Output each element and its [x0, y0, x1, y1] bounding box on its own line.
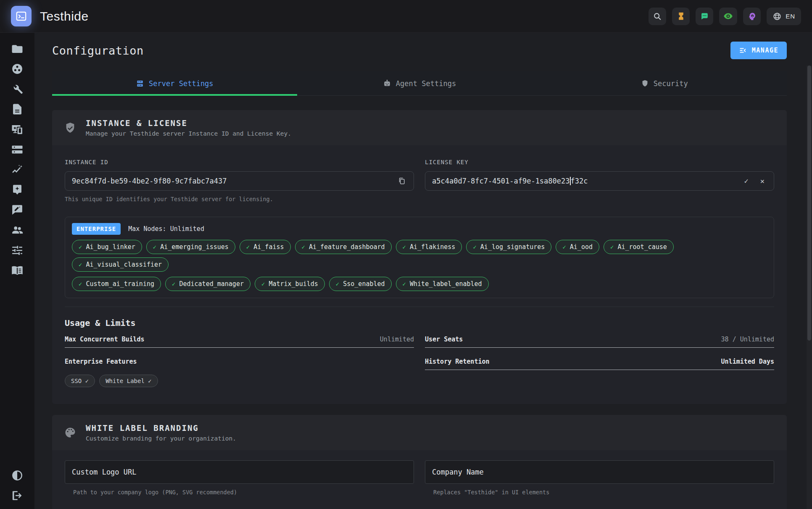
sidebar-item-theme[interactable]	[0, 465, 34, 485]
sidebar-item-users[interactable]	[0, 220, 34, 240]
sidebar-main-group	[0, 39, 34, 281]
app-logo[interactable]: Testhide	[11, 6, 89, 26]
check-icon: ✓	[473, 244, 476, 250]
check-icon: ✓	[261, 281, 265, 287]
check-icon: ✓	[403, 281, 406, 287]
instance-license-header-text: INSTANCE & LICENSE Manage your Testhide …	[86, 118, 291, 137]
instance-license-header: INSTANCE & LICENSE Manage your Testhide …	[52, 110, 787, 145]
terminal-icon	[11, 6, 32, 26]
wrench-icon	[11, 83, 24, 95]
page-head: Configuration MANAGE	[52, 40, 787, 60]
feature-chip: ✓White_label_enabled	[396, 277, 489, 291]
palette-icon	[64, 426, 76, 439]
plan-row: ENTERPRISE Max Nodes: Unlimited	[72, 223, 767, 235]
license-key-actions: ✓ ✕	[742, 176, 767, 186]
ai-assist-button[interactable]	[743, 8, 761, 25]
sidebar-item-reports[interactable]	[0, 99, 34, 119]
retention-label: History Retention	[425, 358, 490, 365]
license-key-field: LICENSE KEY a5c4a0d7-8fc7-4501-af9e-1sa8…	[425, 159, 774, 202]
book-icon	[11, 264, 24, 277]
license-key-input[interactable]: a5c4a0d7-8fc7-4501-af9e-1sa80e23f32c ✓ ✕	[425, 171, 774, 191]
seats-label: User Seats	[425, 336, 463, 343]
plan-badge: ENTERPRISE	[72, 223, 121, 235]
confirm-key-button[interactable]: ✓	[742, 176, 751, 186]
white-label-body: Custom Logo URL Path to your company log…	[52, 450, 787, 509]
sidebar-item-runs[interactable]	[0, 59, 34, 79]
feature-chip: ✓Ai_root_cause	[604, 240, 674, 254]
history-button[interactable]	[672, 8, 690, 25]
white-label-pill: White Label ✓	[99, 375, 158, 387]
usage-heading: Usage & Limits	[65, 318, 774, 328]
company-name-input[interactable]: Company Name	[425, 460, 774, 484]
sidebar-item-bookmarks[interactable]	[0, 180, 34, 200]
tune-icon	[11, 244, 24, 257]
license-key-label: LICENSE KEY	[425, 159, 774, 165]
usage-grid: Max Concurrent Builds Unlimited Enterpri…	[65, 328, 774, 387]
copy-icon	[398, 177, 406, 185]
sidebar-item-build[interactable]	[0, 79, 34, 99]
check-icon: ✓	[79, 261, 82, 268]
manage-menu-icon	[739, 46, 747, 55]
tab-server-settings[interactable]: Server Settings	[52, 71, 297, 95]
document-icon	[11, 103, 24, 115]
license-fields: INSTANCE ID 9ec84f7d-be59-4be2-9f80-9c7f…	[65, 159, 774, 202]
check-icon: ✓	[610, 244, 614, 250]
usage-row-features: Enterprise Features	[65, 358, 414, 370]
sidebar-item-projects[interactable]	[0, 39, 34, 59]
shield-check-icon	[64, 121, 76, 134]
language-button[interactable]: EN	[767, 8, 801, 25]
feature-chip: ✓Ai_bug_linker	[72, 240, 142, 254]
usage-col-right: User Seats 38 / Unlimited History Retent…	[425, 328, 774, 387]
topbar-actions: EN	[649, 8, 801, 25]
page-scrollbar-track[interactable]	[807, 66, 812, 509]
chat-icon	[700, 12, 709, 21]
company-name-helper: Replaces "Testhide" in UI elements	[433, 489, 774, 496]
usage-row-builds: Max Concurrent Builds Unlimited	[65, 336, 414, 348]
instance-id-input[interactable]: 9ec84f7d-be59-4be2-9f80-9c7fabc7a437	[65, 171, 414, 191]
topbar: Testhide	[0, 0, 812, 33]
tab-security[interactable]: Security	[542, 71, 787, 95]
section-subtitle: Customize branding for your organization…	[86, 435, 236, 442]
copy-button[interactable]	[397, 176, 407, 186]
watch-button[interactable]	[719, 8, 737, 25]
white-label-card: WHITE LABEL BRANDING Customize branding …	[52, 415, 787, 509]
page-scrollbar-thumb[interactable]	[807, 66, 811, 341]
sidebar-item-devices[interactable]	[0, 119, 34, 139]
check-icon: ✓	[246, 244, 250, 250]
sidebar-item-storage[interactable]	[0, 139, 34, 160]
company-name-input-label: Company Name	[432, 468, 484, 476]
psychology-icon	[747, 12, 757, 21]
cancel-key-button[interactable]: ✕	[758, 176, 767, 186]
plan-features-box: ENTERPRISE Max Nodes: Unlimited ✓Ai_bug_…	[65, 217, 774, 298]
sso-pill: SSO ✓	[65, 375, 95, 387]
feature-pills: SSO ✓ White Label ✓	[65, 375, 414, 387]
instance-license-body: INSTANCE ID 9ec84f7d-be59-4be2-9f80-9c7f…	[52, 145, 787, 404]
instance-id-label: INSTANCE ID	[65, 159, 414, 165]
page-title: Configuration	[52, 44, 144, 57]
settings-tabs: Server Settings Agent Settings Security	[52, 71, 787, 96]
search-button[interactable]	[649, 8, 666, 25]
sidebar-item-reviews[interactable]	[0, 200, 34, 220]
usage-row-seats: User Seats 38 / Unlimited	[425, 336, 774, 348]
sidebar-item-logout[interactable]	[0, 485, 34, 506]
messages-button[interactable]	[696, 8, 713, 25]
bookmark-sparkle-icon	[11, 184, 24, 196]
manage-button[interactable]: MANAGE	[730, 42, 787, 59]
people-icon	[11, 224, 24, 236]
feature-chip: ✓Ai_visual_classifier	[72, 257, 169, 272]
feature-chip: ✓Custom_ai_training	[72, 277, 161, 291]
language-label: EN	[786, 13, 795, 20]
enterprise-features-label: Enterprise Features	[65, 358, 137, 365]
tab-agent-settings[interactable]: Agent Settings	[297, 71, 542, 95]
logo-url-helper: Path to your company logo (PNG, SVG reco…	[73, 489, 414, 496]
sidebar-item-settings[interactable]	[0, 240, 34, 260]
feature-chip: ✓Sso_enabled	[329, 277, 392, 291]
check-icon: ✓	[336, 281, 339, 287]
tab-security-label: Security	[654, 79, 688, 88]
logo-url-input[interactable]: Custom Logo URL	[65, 460, 414, 484]
sidebar-item-docs[interactable]	[0, 260, 34, 281]
sidebar-item-insights[interactable]	[0, 160, 34, 180]
insights-icon	[11, 163, 24, 176]
sidebar-bottom-group	[0, 465, 34, 506]
devices-star-icon	[11, 123, 24, 136]
